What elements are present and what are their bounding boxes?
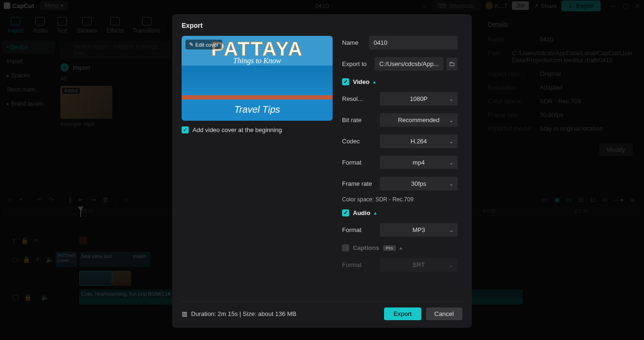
cancel-button[interactable]: Cancel (426, 307, 463, 320)
captions-format-select: SRT (380, 258, 458, 272)
chevron-up-icon[interactable]: ▴ (374, 210, 376, 216)
modal-title: Export (182, 22, 462, 29)
framerate-label: Frame rate (342, 180, 380, 187)
audio-format-select[interactable]: MP3 (380, 223, 458, 237)
exportto-label: Export to (342, 60, 375, 67)
cover-subtitle-text: Things to Know (233, 57, 281, 65)
bitrate-label: Bit rate (342, 116, 380, 124)
cover-preview: ✎ Edit cover PATTAYA Things to Know Trav… (182, 36, 333, 121)
footer-info-text: Duration: 2m 15s | Size: about 136 MB (191, 310, 296, 317)
audio-format-label: Format (342, 226, 380, 233)
chevron-up-icon[interactable]: ▴ (373, 79, 376, 84)
audio-section-label: Audio (353, 209, 370, 216)
video-checkbox[interactable]: ✓ (342, 78, 349, 85)
exportto-path: C:/Users/cdcsb/App... (375, 57, 443, 71)
export-confirm-button[interactable]: Export (384, 307, 421, 320)
add-cover-checkbox[interactable]: ✓ (182, 126, 189, 133)
name-label: Name (342, 39, 369, 46)
bitrate-select[interactable]: Recommended (380, 113, 458, 127)
browse-button[interactable]: 🗀 (446, 58, 458, 71)
captions-format-label: Format (342, 261, 380, 268)
pro-badge: Pro (383, 245, 396, 251)
export-modal: Export ✎ Edit cover PATTAYA Things to Kn… (172, 14, 472, 328)
video-section-label: Video (353, 78, 369, 85)
colorspace-note: Color space: SDR - Rec.709 (342, 196, 458, 203)
pencil-icon: ✎ (189, 41, 193, 48)
video-format-label: Format (342, 159, 380, 166)
film-icon: ▥ (182, 310, 187, 317)
captions-checkbox[interactable]: ✓ (342, 244, 349, 251)
video-format-select[interactable]: mp4 (380, 156, 458, 169)
chevron-up-icon[interactable]: ▴ (400, 245, 402, 250)
resolution-label: Resol... (342, 95, 380, 102)
folder-icon: 🗀 (449, 60, 455, 67)
add-cover-label: Add video cover at the beginning (192, 126, 282, 133)
edit-cover-label: Edit cover (195, 42, 218, 48)
codec-label: Codec (342, 138, 380, 145)
codec-select[interactable]: H.264 (380, 134, 458, 148)
cover-bottom-text: Travel Tips (182, 104, 333, 115)
resolution-select[interactable]: 1080P (380, 92, 458, 106)
edit-cover-button[interactable]: ✎ Edit cover (185, 40, 222, 50)
framerate-select[interactable]: 30fps (380, 177, 458, 191)
audio-checkbox[interactable]: ✓ (342, 209, 349, 216)
captions-section-label: Captions (353, 244, 379, 251)
name-input[interactable] (369, 36, 458, 50)
